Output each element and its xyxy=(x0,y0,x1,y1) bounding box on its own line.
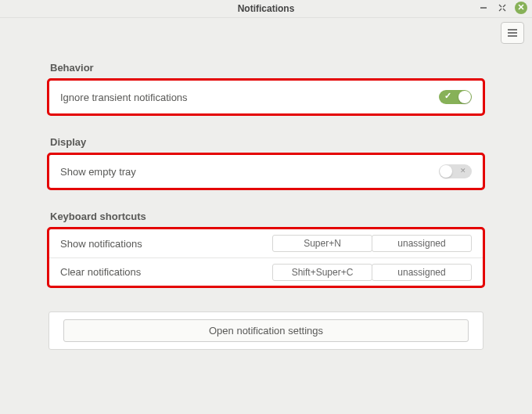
shortcut-label: Clear notifications xyxy=(60,266,273,278)
minimize-icon xyxy=(480,4,487,12)
shortcut-bindings: Shift+Super+C unassigned xyxy=(273,264,472,281)
toggle-knob xyxy=(458,91,471,103)
row-show-empty-tray: Show empty tray xyxy=(49,155,483,188)
shortcuts-panel: Show notifications Super+N unassigned Cl… xyxy=(49,229,483,286)
open-notification-settings-button[interactable]: Open notification settings xyxy=(63,319,469,342)
close-icon xyxy=(517,3,525,11)
shortcut-binding-2[interactable]: unassigned xyxy=(372,235,472,252)
behavior-panel: Ignore transient notifications xyxy=(49,80,483,114)
shortcut-bindings: Super+N unassigned xyxy=(273,235,472,252)
shortcut-row-clear: Clear notifications Shift+Super+C unassi… xyxy=(49,257,483,286)
svg-line-4 xyxy=(503,9,505,11)
hamburger-icon xyxy=(507,28,518,38)
toggle-knob xyxy=(440,165,452,178)
shortcut-binding-1[interactable]: Shift+Super+C xyxy=(272,264,372,281)
row-label: Ignore transient notifications xyxy=(60,92,439,103)
toggle-ignore-transient[interactable] xyxy=(439,90,472,104)
svg-line-1 xyxy=(499,5,501,7)
close-button[interactable] xyxy=(515,2,527,14)
toggle-show-empty-tray[interactable] xyxy=(439,164,472,178)
section-label-behavior: Behavior xyxy=(50,62,483,74)
shortcut-binding-2[interactable]: unassigned xyxy=(372,264,472,281)
content-area: Behavior Ignore transient notifications … xyxy=(0,48,532,350)
shortcut-label: Show notifications xyxy=(60,238,273,250)
toolbar xyxy=(0,18,532,48)
svg-line-2 xyxy=(503,5,505,7)
section-label-shortcuts: Keyboard shortcuts xyxy=(50,211,483,222)
shortcut-binding-1[interactable]: Super+N xyxy=(272,235,372,252)
row-ignore-transient: Ignore transient notifications xyxy=(49,81,483,113)
display-panel: Show empty tray xyxy=(49,154,483,189)
titlebar: Notifications xyxy=(0,0,532,18)
maximize-icon xyxy=(498,3,507,13)
shortcut-row-show: Show notifications Super+N unassigned xyxy=(49,229,483,257)
window-title: Notifications xyxy=(0,3,532,14)
svg-line-3 xyxy=(499,9,501,11)
section-label-display: Display xyxy=(50,136,483,148)
maximize-button[interactable] xyxy=(496,2,509,14)
menu-button[interactable] xyxy=(501,22,524,44)
minimize-button[interactable] xyxy=(477,2,490,14)
window-controls xyxy=(477,2,527,14)
open-settings-panel: Open notification settings xyxy=(49,311,483,350)
row-label: Show empty tray xyxy=(60,166,439,178)
